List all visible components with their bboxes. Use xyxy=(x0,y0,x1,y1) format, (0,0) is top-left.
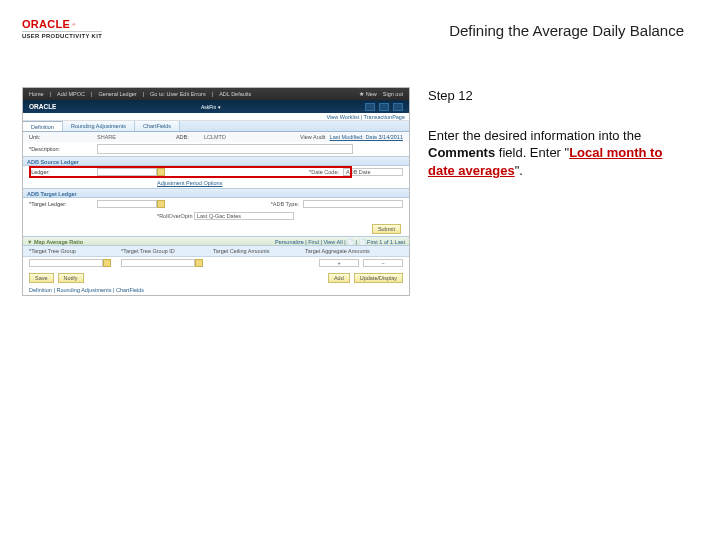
logo-trademark: ® xyxy=(72,22,75,27)
description-row: *Description: xyxy=(23,142,409,156)
view-audit-group: View Audit Last Modified: Date 3/14/2011 xyxy=(300,134,403,140)
instr-part-a: Enter the desired information into the xyxy=(428,128,641,143)
brand-subtitle: USER PRODUCTIVITY KIT xyxy=(22,31,102,39)
update-display-button[interactable]: Update/Display xyxy=(354,273,403,283)
top-home[interactable]: Home xyxy=(29,91,44,97)
embedded-app-screenshot: Home | Add MPOC | General Ledger | Go to… xyxy=(22,87,410,296)
brand-block: ORACLE ® USER PRODUCTIVITY KIT xyxy=(22,18,102,39)
grid-tool-links[interactable]: Personalize | Find | View All | 📄 | 📄 Fi… xyxy=(275,237,405,245)
col-c: Target Ceiling Amounts xyxy=(213,248,305,254)
top-item-c[interactable]: Go to: User Edit Errors xyxy=(150,91,206,97)
unit-label: Unit: xyxy=(29,134,97,140)
instr-part-c: field. Enter " xyxy=(495,145,569,160)
oracle-logo: ORACLE ® xyxy=(22,18,102,30)
save-button[interactable]: Save xyxy=(29,273,54,283)
footer-tab-links: Definition | Rounding Adjustments | Char… xyxy=(23,285,409,295)
lookup-icon[interactable] xyxy=(157,168,165,176)
nav-icon[interactable] xyxy=(365,103,375,111)
top-new[interactable]: ★ New xyxy=(359,91,377,97)
top-item-d[interactable]: ADL Defaults xyxy=(219,91,251,97)
grid-row: + − xyxy=(23,257,409,269)
section-target-ledger: ADB Target Ledger xyxy=(23,188,409,198)
nav-icon[interactable] xyxy=(393,103,403,111)
footer-links[interactable]: Definition | Rounding Adjustments | Char… xyxy=(29,287,144,293)
adb-type-field[interactable] xyxy=(303,200,403,208)
adb-value: LCLMTD xyxy=(204,134,226,140)
adj-period-row: Adjustment Period Options xyxy=(23,178,409,188)
top-item-a[interactable]: Add MPOC xyxy=(57,91,85,97)
col-d: Target Aggregate Amounts xyxy=(305,248,397,254)
top-signout[interactable]: Sign out xyxy=(383,91,403,97)
rollover-row: *RollOverOptn Last Q-Gac Dates xyxy=(23,210,409,222)
instr-field-name: Comments xyxy=(428,145,495,160)
notify-button[interactable]: Notify xyxy=(58,273,84,283)
target-ledger-field[interactable] xyxy=(97,200,157,208)
description-label: *Description: xyxy=(29,146,97,152)
add-button[interactable]: Add xyxy=(328,273,350,283)
ledger-label: *Ledger: xyxy=(29,169,97,175)
tab-definition[interactable]: Definition xyxy=(23,121,63,131)
lookup-icon[interactable] xyxy=(103,259,111,267)
nav-icon[interactable] xyxy=(379,103,389,111)
submit-button[interactable]: Submit xyxy=(372,224,401,234)
ledger-field[interactable] xyxy=(97,168,157,176)
date-code-field[interactable]: ADB Date xyxy=(343,168,403,176)
instruction-text: Enter the desired information into the C… xyxy=(428,127,686,180)
logo-word: ORACLE xyxy=(22,18,70,30)
instruction-panel: Step 12 Enter the desired information in… xyxy=(428,87,686,179)
target-ledger-row: *Target Ledger: *ADB Type: xyxy=(23,198,409,210)
oracle-band: ORACLE AskFin ▾ xyxy=(23,100,409,113)
col-b: *Target Tree Group ID xyxy=(121,248,213,254)
tab-rounding[interactable]: Rounding Adjustments xyxy=(63,121,135,131)
page-title: Defining the Average Daily Balance xyxy=(449,18,690,39)
rollover-field[interactable]: Last Q-Gac Dates xyxy=(194,212,294,220)
oracle-band-label: ORACLE xyxy=(29,103,56,110)
row-add-button[interactable]: + xyxy=(319,259,359,267)
step-label: Step 12 xyxy=(428,87,686,105)
section-source-ledger: ADB Source Ledger xyxy=(23,156,409,166)
source-ledger-row: *Ledger: *Date Code: ADB Date xyxy=(23,166,409,178)
tab-row: Definition Rounding Adjustments ChartFie… xyxy=(23,121,409,132)
adb-type-label: *ADB Type: xyxy=(271,201,299,207)
view-audit-link[interactable]: Last Modified: Date 3/14/2011 xyxy=(330,134,403,140)
tab-chartfields[interactable]: ChartFields xyxy=(135,121,180,131)
tiny-link-row: View Worklist | TransactionPage xyxy=(23,113,409,121)
rollover-label: *RollOverOptn xyxy=(157,213,192,219)
section-map-average[interactable]: ▼ Map Average Ratio xyxy=(27,237,83,245)
action-row: Save Notify Add Update/Display xyxy=(23,269,409,285)
grid-field[interactable] xyxy=(121,259,195,267)
col-a: *Target Tree Group xyxy=(29,248,121,254)
top-item-b[interactable]: General Ledger xyxy=(98,91,136,97)
lookup-icon[interactable] xyxy=(157,200,165,208)
tiny-links[interactable]: View Worklist | TransactionPage xyxy=(326,114,405,120)
comments-field[interactable] xyxy=(97,144,353,154)
adb-label: ADB: xyxy=(176,134,204,140)
instr-part-d: ". xyxy=(515,163,523,178)
row-delete-button[interactable]: − xyxy=(363,259,403,267)
unit-value: SHARE xyxy=(97,134,116,140)
date-code-label: *Date Code: xyxy=(309,169,339,175)
view-audit-label: View Audit xyxy=(300,134,326,140)
unit-row: Unit: SHARE ADB: LCLMTD View Audit Last … xyxy=(23,132,409,142)
target-ledger-label: *Target Ledger: xyxy=(29,201,97,207)
adj-period-link[interactable]: Adjustment Period Options xyxy=(157,180,222,186)
grid-field[interactable] xyxy=(29,259,103,267)
grid-header: *Target Tree Group *Target Tree Group ID… xyxy=(23,246,409,257)
lookup-icon[interactable] xyxy=(195,259,203,267)
app-topbar: Home | Add MPOC | General Ledger | Go to… xyxy=(23,88,409,100)
